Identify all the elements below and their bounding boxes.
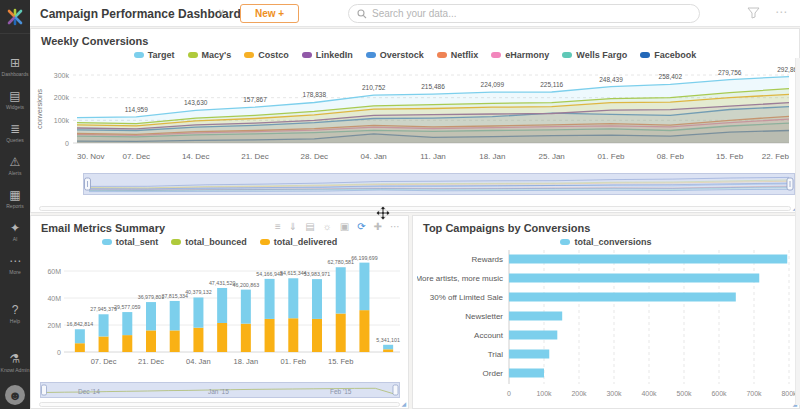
sidebar-item-reports[interactable]: ▦Reports — [0, 182, 30, 215]
reports-icon: ▦ — [9, 189, 20, 202]
email-panel-header: Email Metrics Summary ≡⇓▤☼▣⟳✚⋯ — [31, 216, 408, 234]
sidebar-item-alerts[interactable]: ⚠Alerts — [0, 149, 30, 182]
legend-item-total-delivered[interactable]: total_delivered — [260, 237, 338, 247]
sidebar-item-dashboards[interactable]: ⊞Dashboards — [0, 50, 30, 83]
legend-item-eharmony[interactable]: eHarmony — [491, 50, 549, 60]
insights-icon[interactable]: ☼ — [323, 222, 332, 232]
svg-text:700k: 700k — [746, 390, 762, 397]
sidebar-item-ai[interactable]: ✦AI — [0, 215, 30, 248]
legend-item-linkedin[interactable]: LinkedIn — [302, 50, 353, 60]
email-metrics-chart[interactable]: 020M40M60M16,842,81427,945,37929,577,059… — [34, 252, 406, 378]
search-input[interactable] — [372, 8, 691, 19]
sidebar-item-label: Alerts — [9, 170, 22, 176]
svg-text:08. Feb: 08. Feb — [657, 152, 685, 161]
svg-text:279,756: 279,756 — [718, 69, 742, 76]
more-icon[interactable]: ⋯ — [390, 222, 400, 232]
svg-text:54,615,344: 54,615,344 — [280, 270, 307, 276]
legend-item-total-conversions[interactable]: total_conversions — [560, 237, 651, 247]
svg-text:21. Dec: 21. Dec — [138, 357, 164, 366]
vertical-scrollbar[interactable] — [795, 58, 800, 405]
svg-text:500k: 500k — [676, 390, 692, 397]
svg-text:18. Jan: 18. Jan — [479, 152, 505, 161]
svg-text:Trial: Trial — [488, 350, 503, 359]
sidebar-item-knowi-admin[interactable]: ⚗Knowi Admin — [0, 346, 30, 379]
svg-text:22. Feb: 22. Feb — [762, 152, 790, 161]
topbar-more-icon[interactable]: ⋯ — [775, 5, 788, 19]
new-button[interactable]: New + — [240, 4, 299, 23]
svg-text:Order: Order — [483, 369, 504, 378]
dashboard-content: Weekly Conversions TargetMacy'sCostcoLin… — [30, 28, 800, 409]
legend-label: Target — [148, 50, 175, 60]
legend-item-costco[interactable]: Costco — [244, 50, 289, 60]
sidebar-item-widgets[interactable]: ▤Widgets — [0, 83, 30, 116]
more-icon: ⋯ — [9, 255, 21, 268]
sidebar-item-help[interactable]: ?Help — [0, 297, 30, 330]
legend-item-macy-s[interactable]: Macy's — [188, 50, 232, 60]
app: ⊞Dashboards▤Widgets≣Queries⚠Alerts▦Repor… — [0, 0, 800, 409]
menu-icon[interactable]: ≡ — [275, 222, 281, 232]
campaigns-panel-title[interactable]: Top Campaigns by Conversions — [413, 216, 799, 234]
legend-item-total-bounced[interactable]: total_bounced — [171, 237, 247, 247]
legend-label: Costco — [258, 50, 289, 60]
legend-item-netflix[interactable]: Netflix — [437, 50, 479, 60]
weekly-panel-title[interactable]: Weekly Conversions — [31, 29, 799, 47]
svg-text:Feb '15: Feb '15 — [330, 388, 352, 395]
search-box[interactable] — [348, 4, 700, 23]
email-legend: total_senttotal_bouncedtotal_delivered — [31, 237, 408, 247]
sidebar-item-queries[interactable]: ≣Queries — [0, 116, 30, 149]
svg-text:More artists, more music: More artists, more music — [417, 274, 503, 283]
svg-text:143,630: 143,630 — [184, 99, 208, 106]
resize-handle-icon[interactable]: ◢ — [401, 401, 406, 407]
sidebar-item-label: Knowi Admin — [1, 367, 30, 373]
widgets-icon: ▤ — [9, 90, 20, 103]
user-avatar[interactable]: ☻ — [5, 385, 25, 405]
weekly-range-navigator[interactable] — [83, 173, 795, 195]
sidebar-help: ?Help — [0, 297, 30, 330]
dashboard-title[interactable]: Campaign Performance Dashboard — [40, 7, 241, 21]
svg-text:114,959: 114,959 — [125, 106, 148, 113]
legend-item-target[interactable]: Target — [134, 50, 175, 60]
topbar: Campaign Performance Dashboard ∨ New + ⋯ — [30, 0, 800, 27]
sidebar-item-label: Widgets — [6, 104, 24, 110]
sidebar-item-label: Reports — [6, 203, 24, 209]
panel-top-campaigns: Top Campaigns by Conversions total_conve… — [412, 215, 800, 409]
email-range-navigator[interactable]: Dec '14Jan '15Feb '15 — [40, 382, 400, 398]
svg-text:29,577,059: 29,577,059 — [114, 304, 141, 310]
chart-type-icon[interactable]: ▤ — [305, 222, 314, 232]
sidebar-nav: ⊞Dashboards▤Widgets≣Queries⚠Alerts▦Repor… — [0, 50, 30, 281]
drag-icon[interactable]: ✚ — [374, 222, 382, 232]
legend-item-wells-fargo[interactable]: Wells Fargo — [562, 50, 627, 60]
email-horizontal-scrollbar[interactable] — [39, 402, 400, 407]
legend-swatch — [562, 52, 572, 58]
clone-icon[interactable]: ▣ — [340, 222, 349, 232]
svg-text:53,983,971: 53,983,971 — [304, 271, 331, 277]
top-campaigns-chart[interactable]: 0100k200k300k400k500k600k700k800kRewards… — [417, 248, 797, 406]
legend-item-facebook[interactable]: Facebook — [640, 50, 696, 60]
refresh-icon[interactable]: ⟳ — [357, 222, 365, 232]
legend-swatch — [560, 239, 570, 245]
weekly-conversions-chart[interactable]: 0100k200k300kconversions114,959143,63015… — [33, 63, 799, 167]
svg-text:30% off Limited Sale: 30% off Limited Sale — [430, 293, 504, 302]
sidebar-item-label: More — [9, 269, 20, 275]
legend-label: eHarmony — [505, 50, 549, 60]
chevron-down-icon[interactable]: ∨ — [218, 7, 225, 17]
legend-item-total-sent[interactable]: total_sent — [102, 237, 159, 247]
svg-text:25. Jan: 25. Jan — [539, 152, 565, 161]
filter-icon[interactable] — [747, 7, 760, 19]
legend-item-overstock[interactable]: Overstock — [366, 50, 424, 60]
svg-text:Newsletter: Newsletter — [465, 312, 503, 321]
legend-label: Wells Fargo — [576, 50, 627, 60]
svg-text:100k: 100k — [54, 117, 70, 124]
svg-text:300k: 300k — [606, 390, 622, 397]
svg-text:40,379,132: 40,379,132 — [185, 289, 212, 295]
legend-swatch — [102, 239, 112, 245]
knowi-logo-icon[interactable] — [0, 0, 30, 34]
legend-label: Netflix — [451, 50, 479, 60]
svg-text:07. Dec: 07. Dec — [123, 152, 151, 161]
export-icon[interactable]: ⇓ — [289, 222, 297, 232]
sidebar-item-label: Queries — [6, 137, 24, 143]
legend-swatch — [366, 52, 376, 58]
sidebar-item-more[interactable]: ⋯More — [0, 248, 30, 281]
weekly-horizontal-scrollbar[interactable] — [39, 206, 791, 211]
svg-text:300k: 300k — [54, 72, 70, 79]
